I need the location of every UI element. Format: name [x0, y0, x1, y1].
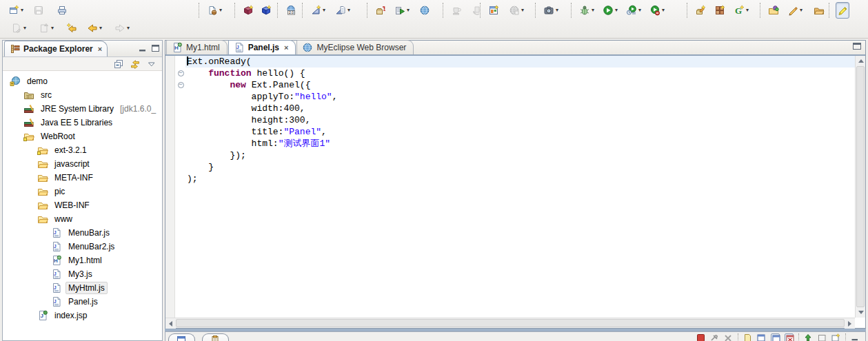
code-line-text[interactable]: title:"Panel",	[185, 126, 855, 138]
dropdown-arrow-icon[interactable]: ▾	[521, 8, 524, 13]
code-line-text[interactable]: });	[185, 149, 855, 161]
dropdown-arrow-icon[interactable]: ▾	[662, 8, 665, 13]
dropdown-arrow-icon[interactable]: ▾	[407, 8, 410, 13]
dropdown-arrow-icon[interactable]: ▾	[21, 8, 23, 13]
previous-edit-icon[interactable]: ▾	[10, 20, 28, 37]
code-line-text[interactable]: new Ext.Panel({	[185, 79, 855, 91]
pin-gray-icon[interactable]	[710, 333, 719, 341]
tree-item-panel-js[interactable]: JPanel.js	[3, 295, 162, 309]
code-text[interactable]: Ext.onReady(− function hello() {− new Ex…	[176, 56, 855, 318]
tree-item-index-jsp[interactable]: Jindex.jsp	[3, 309, 162, 322]
close-tab-icon[interactable]: ×	[284, 43, 288, 52]
new-package-resource-icon[interactable]	[694, 2, 707, 19]
print-icon[interactable]	[55, 2, 69, 19]
tree-item-java-ee-5-libraries[interactable]: Java EE 5 Libraries	[3, 116, 162, 130]
debug-icon[interactable]: ▾	[578, 2, 596, 19]
new-web-project-icon[interactable]	[259, 2, 273, 19]
maximize-view-icon[interactable]	[150, 43, 160, 52]
scroll-up-icon[interactable]	[856, 56, 865, 66]
dropdown-arrow-icon[interactable]: ▾	[219, 8, 222, 13]
tree-item-jre-system-library[interactable]: JRE System Library [jdk1.6.0_	[3, 102, 162, 116]
tree-item-webroot[interactable]: WebRoot	[3, 130, 162, 143]
editor-tab-my1-html[interactable]: HMy1.html	[166, 40, 228, 54]
tree-item-meta-inf[interactable]: META-INF	[3, 171, 162, 185]
new-web-component-icon[interactable]: ▾	[205, 2, 223, 19]
tree-item-src[interactable]: src	[3, 88, 162, 102]
run-history-icon[interactable]: ▾	[625, 2, 643, 19]
dropdown-arrow-icon[interactable]: ▾	[99, 25, 102, 31]
text-marker-icon[interactable]	[836, 2, 849, 19]
web-two-point-o-icon[interactable]: 2.0	[284, 2, 298, 19]
minimize-icon[interactable]	[851, 333, 860, 341]
next-annotation-icon[interactable]: ▾	[37, 20, 55, 37]
code-line[interactable]: });	[176, 149, 855, 161]
link-with-editor-icon[interactable]	[129, 58, 141, 70]
terminate-red-icon[interactable]	[696, 333, 705, 341]
dropdown-arrow-icon[interactable]: ▾	[638, 8, 641, 13]
dropdown-arrow-icon[interactable]: ▾	[127, 25, 130, 31]
preview-report-icon[interactable]: ▾	[507, 2, 525, 19]
clear-gray-icon[interactable]	[724, 333, 733, 341]
code-line[interactable]: width:400,	[176, 103, 855, 114]
tree-item-my1-html[interactable]: HMy1.html	[3, 254, 162, 267]
code-line[interactable]: − new Ext.Panel({	[176, 79, 855, 91]
run-server-icon[interactable]: ▾	[393, 2, 411, 19]
code-line-text[interactable]: applyTo:"hello",	[185, 91, 855, 103]
forward-history-icon[interactable]: ▾	[113, 20, 131, 37]
deploy-project-icon[interactable]	[374, 2, 387, 19]
code-line[interactable]: − function hello() {	[176, 68, 855, 79]
open-resource-icon[interactable]	[767, 2, 780, 19]
code-line-text[interactable]: function hello() {	[185, 68, 855, 79]
collapse-all-icon[interactable]	[112, 58, 125, 70]
win-blue-icon[interactable]	[757, 333, 766, 341]
back-history-icon[interactable]: ▾	[85, 20, 103, 37]
new-wizard-icon[interactable]: ▾	[7, 2, 25, 19]
dropdown-arrow-icon[interactable]: ▾	[746, 8, 749, 13]
new-report-icon[interactable]	[487, 2, 501, 19]
code-line[interactable]: }	[176, 161, 855, 173]
scroll-right-icon[interactable]	[845, 318, 855, 329]
code-line-text[interactable]: html:"测试界面1"	[185, 138, 855, 149]
view-menu-icon[interactable]	[145, 58, 158, 70]
code-line[interactable]: title:"Panel",	[176, 126, 855, 138]
tree-item-my3-js[interactable]: JMy3.js	[3, 267, 162, 281]
new-visual-jsf-icon[interactable]: ▾	[309, 2, 327, 19]
tree-item-web-inf[interactable]: WEB-INF	[3, 198, 162, 212]
code-line-text[interactable]: Ext.onReady(	[185, 56, 855, 68]
fold-collapse-icon[interactable]: −	[176, 68, 185, 79]
dropdown-arrow-icon[interactable]: ▾	[323, 8, 325, 13]
editor-tab-panel-js[interactable]: JPanel.js×	[228, 40, 296, 54]
code-line-text[interactable]: }	[185, 161, 855, 173]
fold-collapse-icon[interactable]: −	[176, 79, 185, 91]
save-icon[interactable]	[32, 2, 46, 19]
new-groovy-icon[interactable]: G▾	[732, 2, 750, 19]
close-view-icon[interactable]: ×	[98, 45, 102, 53]
maximize-editor-icon[interactable]	[853, 43, 861, 50]
code-line-text[interactable]: );	[185, 173, 855, 185]
tree-item-javascript[interactable]: javascript	[3, 157, 162, 171]
dropdown-arrow-icon[interactable]: ▾	[51, 25, 54, 31]
code-line[interactable]: html:"测试界面1"	[176, 138, 855, 149]
screen-capture-icon[interactable]: ▾	[542, 2, 560, 19]
tree-item-demo[interactable]: demo	[3, 74, 162, 88]
code-line[interactable]: Ext.onReady(	[176, 56, 855, 68]
dropdown-arrow-icon[interactable]: ▾	[615, 8, 618, 13]
tree-item-ext-3-2-1[interactable]: ext-3.2.1	[3, 143, 162, 157]
win-star-icon[interactable]	[831, 333, 840, 341]
scroll-left-icon[interactable]	[165, 318, 176, 329]
dropdown-arrow-icon[interactable]: ▾	[800, 8, 803, 13]
code-line-text[interactable]: height:300,	[185, 114, 855, 126]
tog-win-blue-icon[interactable]	[771, 333, 780, 341]
last-edit-location-icon[interactable]	[65, 20, 79, 37]
tree-item-pic[interactable]: pic	[3, 185, 162, 198]
editor-tab-myeclipse-web-browser[interactable]: MyEclipse Web Browser	[296, 40, 414, 54]
horizontal-scroll-thumb[interactable]	[176, 319, 845, 327]
dropdown-arrow-icon[interactable]: ▾	[23, 25, 26, 31]
box-gray-icon[interactable]	[818, 333, 827, 341]
tog-win-red-icon[interactable]	[785, 333, 794, 341]
page-yellow-icon[interactable]	[743, 333, 752, 341]
vertical-scrollbar[interactable]	[855, 56, 865, 318]
new-plugin-icon[interactable]	[713, 2, 727, 19]
bottom-view-tab[interactable]	[202, 333, 229, 341]
pen-tool-icon[interactable]: ▾	[786, 2, 804, 19]
